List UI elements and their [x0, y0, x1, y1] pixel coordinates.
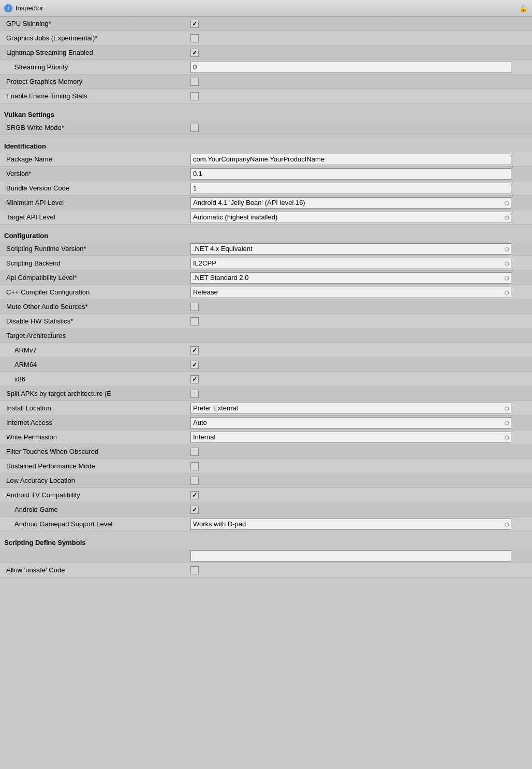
- row-label: Version*: [4, 170, 190, 178]
- checkbox[interactable]: [190, 78, 199, 86]
- row-label: Graphics Jobs (Experimental)*: [4, 34, 190, 42]
- settings-row: Protect Graphics Memory: [0, 75, 532, 89]
- checkbox[interactable]: [190, 346, 199, 354]
- lock-icon[interactable]: 🔒: [519, 4, 528, 12]
- row-label: Bundle Version Code: [4, 184, 190, 192]
- settings-row: Split APKs by target architecture (E: [0, 387, 532, 401]
- settings-row: Low Accuracy Location: [0, 474, 532, 488]
- settings-row: ARM64: [0, 358, 532, 372]
- row-control: [190, 124, 528, 132]
- section-spacer: [0, 135, 532, 139]
- section-header-row: Identification: [0, 139, 532, 152]
- checkbox[interactable]: [190, 390, 199, 398]
- row-control: [190, 78, 528, 86]
- section-spacer: [0, 531, 532, 536]
- text-input[interactable]: [190, 183, 511, 194]
- row-label: Target API Level: [4, 213, 190, 221]
- row-label: Low Accuracy Location: [4, 477, 190, 484]
- dropdown-wrapper: IL2CPP: [190, 258, 511, 269]
- settings-row: Minimum API LevelAndroid 4.1 'Jelly Bean…: [0, 196, 532, 210]
- dropdown[interactable]: IL2CPP: [190, 258, 511, 269]
- row-label: Api Compatibility Level*: [4, 274, 190, 282]
- row-label: Mute Other Audio Sources*: [4, 303, 190, 310]
- title-bar-label: Inspector: [16, 4, 43, 12]
- row-label: Sustained Performance Mode: [4, 462, 190, 470]
- row-control: Works with D-pad: [190, 519, 528, 530]
- title-bar: i Inspector 🔒: [0, 0, 532, 17]
- settings-row: Sustained Performance Mode: [0, 459, 532, 474]
- settings-row: Scripting BackendIL2CPP: [0, 256, 532, 271]
- dropdown[interactable]: Auto: [190, 417, 511, 428]
- row-label: C++ Compiler Configuration: [4, 288, 190, 296]
- text-input[interactable]: [190, 154, 511, 165]
- checkbox[interactable]: [190, 49, 199, 57]
- row-control: [190, 154, 528, 165]
- checkbox[interactable]: [190, 566, 199, 574]
- row-control: [190, 491, 528, 499]
- dropdown[interactable]: .NET Standard 2.0: [190, 272, 511, 284]
- section-header-row: Configuration: [0, 229, 532, 242]
- checkbox[interactable]: [190, 506, 199, 514]
- checkbox[interactable]: [190, 361, 199, 369]
- checkbox[interactable]: [190, 462, 199, 470]
- settings-row: Disable HW Statistics*: [0, 314, 532, 329]
- dropdown-wrapper: Auto: [190, 417, 511, 428]
- row-control: [190, 375, 528, 383]
- settings-row: Target Architectures: [0, 329, 532, 343]
- row-control: Android 4.1 'Jelly Bean' (API level 16): [190, 197, 528, 209]
- row-label: Internet Access: [4, 419, 190, 426]
- settings-row: Api Compatibility Level*.NET Standard 2.…: [0, 271, 532, 285]
- checkbox[interactable]: [190, 491, 199, 499]
- row-label: GPU Skinning*: [4, 20, 190, 27]
- row-control: [190, 477, 528, 485]
- settings-row: Enable Frame Timing Stats: [0, 89, 532, 103]
- dropdown[interactable]: Internal: [190, 432, 511, 443]
- text-input[interactable]: [190, 168, 511, 180]
- section-header-text: Scripting Define Symbols: [4, 539, 85, 546]
- settings-row: Mute Other Audio Sources*: [0, 300, 532, 314]
- dropdown-wrapper: Prefer External: [190, 403, 511, 414]
- row-label: x86: [4, 375, 190, 383]
- dropdown[interactable]: Automatic (highest installed): [190, 212, 511, 223]
- text-input[interactable]: [190, 62, 511, 73]
- dropdown[interactable]: Android 4.1 'Jelly Bean' (API level 16): [190, 197, 511, 209]
- text-input[interactable]: [190, 550, 511, 561]
- inspector-content: GPU Skinning*Graphics Jobs (Experimental…: [0, 17, 532, 578]
- section-header-row: Scripting Define Symbols: [0, 536, 532, 549]
- dropdown[interactable]: Prefer External: [190, 403, 511, 414]
- settings-row: Filter Touches When Obscured: [0, 445, 532, 459]
- row-control: [190, 390, 528, 398]
- checkbox[interactable]: [190, 317, 199, 326]
- row-control: [190, 20, 528, 28]
- row-control: [190, 566, 528, 574]
- row-label: Filter Touches When Obscured: [4, 448, 190, 455]
- dropdown[interactable]: .NET 4.x Equivalent: [190, 243, 511, 255]
- dropdown-wrapper: Internal: [190, 432, 511, 443]
- settings-row: Lightmap Streaming Enabled: [0, 46, 532, 60]
- row-label: Android TV Compatibility: [4, 491, 190, 499]
- checkbox[interactable]: [190, 20, 199, 28]
- dropdown[interactable]: Release: [190, 287, 511, 298]
- row-label: Streaming Priority: [4, 63, 190, 71]
- row-label: Split APKs by target architecture (E: [4, 390, 190, 397]
- checkbox[interactable]: [190, 34, 199, 42]
- section-header-text: Vulkan Settings: [4, 111, 54, 119]
- checkbox[interactable]: [190, 92, 199, 100]
- settings-row: C++ Compiler ConfigurationRelease: [0, 285, 532, 300]
- settings-row: Android Game: [0, 502, 532, 517]
- checkbox[interactable]: [190, 375, 199, 383]
- checkbox[interactable]: [190, 448, 199, 456]
- checkbox[interactable]: [190, 303, 199, 311]
- checkbox[interactable]: [190, 124, 199, 132]
- checkbox[interactable]: [190, 477, 199, 485]
- section-header-text: Identification: [4, 142, 46, 150]
- row-label: Android Gamepad Support Level: [4, 520, 190, 528]
- settings-row: Allow 'unsafe' Code: [0, 563, 532, 578]
- row-control: [190, 303, 528, 311]
- settings-row: Graphics Jobs (Experimental)*: [0, 31, 532, 46]
- dropdown[interactable]: Works with D-pad: [190, 519, 511, 530]
- row-label: Enable Frame Timing Stats: [4, 92, 190, 100]
- row-control: Release: [190, 287, 528, 298]
- settings-row: Version*: [0, 167, 532, 181]
- row-label: Package Name: [4, 155, 190, 163]
